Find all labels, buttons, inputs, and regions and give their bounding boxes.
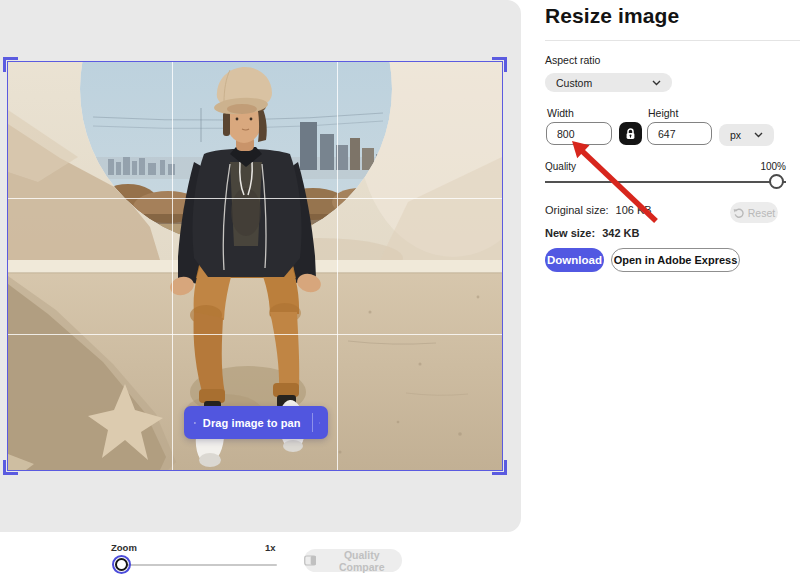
reset-button[interactable]: Reset: [730, 202, 778, 223]
grid-line-vertical-1: [172, 62, 173, 470]
new-size-row: New size:342 KB: [545, 227, 639, 239]
width-input[interactable]: [546, 122, 612, 145]
quality-value: 100%: [760, 161, 786, 172]
grid-line-horizontal-2: [8, 334, 502, 335]
resize-handle-top-right[interactable]: [492, 57, 507, 72]
zoom-value: 1x: [265, 542, 276, 553]
image-canvas: Drag image to pan: [0, 0, 521, 532]
zoom-slider-knob[interactable]: [112, 555, 131, 574]
new-size-label: New size:: [545, 227, 595, 239]
original-size-value: 106 KB: [616, 204, 652, 216]
height-input[interactable]: [647, 122, 712, 145]
quality-label: Quality: [545, 161, 576, 172]
aspect-ratio-label: Aspect ratio: [545, 54, 600, 66]
chevron-down-icon: [754, 132, 763, 138]
quality-slider-knob[interactable]: [769, 174, 784, 189]
zoom-slider-label: Zoom: [111, 542, 137, 553]
resize-handle-bottom-right[interactable]: [492, 460, 507, 475]
zoom-slider-track[interactable]: [119, 564, 277, 566]
undo-reset-icon: [733, 208, 745, 218]
lock-icon: [625, 128, 636, 140]
drag-hint-label: Drag image to pan: [203, 417, 301, 429]
close-icon[interactable]: [319, 418, 320, 428]
grid-line-vertical-2: [337, 62, 338, 470]
grid-line-horizontal-1: [8, 198, 502, 199]
chevron-down-icon: [652, 80, 661, 86]
reset-label: Reset: [748, 207, 775, 219]
aspect-ratio-select[interactable]: Custom: [545, 73, 672, 92]
original-size-label: Original size:: [545, 204, 609, 216]
quality-slider-track[interactable]: [545, 181, 786, 183]
width-label: Width: [547, 107, 574, 119]
height-label: Height: [648, 107, 678, 119]
resize-image-app: Drag image to pan Zoom 1x Quality Compar…: [0, 0, 800, 576]
open-in-adobe-express-button[interactable]: Open in Adobe Express: [611, 248, 740, 272]
resize-handle-bottom-left[interactable]: [3, 460, 18, 475]
unit-select[interactable]: px: [719, 124, 774, 146]
page-title: Resize image: [545, 4, 788, 28]
quality-compare-icon: [304, 555, 316, 566]
image-selection-area[interactable]: Drag image to pan: [8, 62, 502, 470]
quality-compare-button[interactable]: Quality Compare: [304, 549, 402, 572]
drag-to-pan-pill[interactable]: Drag image to pan: [184, 406, 328, 439]
quality-compare-label: Quality Compare: [321, 549, 402, 573]
new-size-value: 342 KB: [602, 227, 639, 239]
divider: [545, 40, 800, 41]
aspect-lock-button[interactable]: [619, 122, 642, 145]
move-pan-icon: [194, 416, 196, 430]
aspect-ratio-value: Custom: [556, 77, 592, 89]
original-size-row: Original size:106 KB: [545, 204, 652, 216]
download-button[interactable]: Download: [545, 248, 604, 272]
resize-handle-top-left[interactable]: [3, 57, 18, 72]
unit-value: px: [730, 129, 741, 141]
resize-panel: Resize image Aspect ratio Custom Width H…: [545, 0, 788, 28]
